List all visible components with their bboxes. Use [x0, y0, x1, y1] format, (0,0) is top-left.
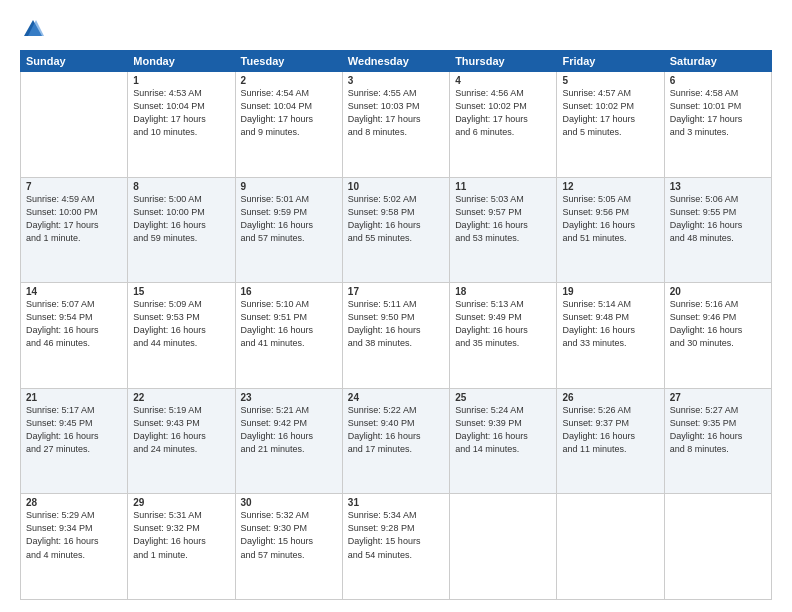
- day-number: 2: [241, 75, 337, 86]
- day-detail: Sunrise: 5:29 AM Sunset: 9:34 PM Dayligh…: [26, 509, 122, 561]
- day-detail: Sunrise: 5:05 AM Sunset: 9:56 PM Dayligh…: [562, 193, 658, 245]
- weekday-saturday: Saturday: [664, 51, 771, 72]
- header: [20, 18, 772, 40]
- day-detail: Sunrise: 5:11 AM Sunset: 9:50 PM Dayligh…: [348, 298, 444, 350]
- day-cell: [21, 72, 128, 178]
- day-detail: Sunrise: 4:57 AM Sunset: 10:02 PM Daylig…: [562, 87, 658, 139]
- day-detail: Sunrise: 5:02 AM Sunset: 9:58 PM Dayligh…: [348, 193, 444, 245]
- day-number: 1: [133, 75, 229, 86]
- day-cell: 8Sunrise: 5:00 AM Sunset: 10:00 PM Dayli…: [128, 177, 235, 283]
- day-number: 16: [241, 286, 337, 297]
- day-number: 26: [562, 392, 658, 403]
- day-cell: 5Sunrise: 4:57 AM Sunset: 10:02 PM Dayli…: [557, 72, 664, 178]
- day-detail: Sunrise: 5:19 AM Sunset: 9:43 PM Dayligh…: [133, 404, 229, 456]
- weekday-friday: Friday: [557, 51, 664, 72]
- day-number: 24: [348, 392, 444, 403]
- calendar-table: SundayMondayTuesdayWednesdayThursdayFrid…: [20, 50, 772, 600]
- weekday-monday: Monday: [128, 51, 235, 72]
- day-cell: 13Sunrise: 5:06 AM Sunset: 9:55 PM Dayli…: [664, 177, 771, 283]
- day-cell: 25Sunrise: 5:24 AM Sunset: 9:39 PM Dayli…: [450, 388, 557, 494]
- day-cell: 6Sunrise: 4:58 AM Sunset: 10:01 PM Dayli…: [664, 72, 771, 178]
- day-detail: Sunrise: 5:32 AM Sunset: 9:30 PM Dayligh…: [241, 509, 337, 561]
- calendar-body: 1Sunrise: 4:53 AM Sunset: 10:04 PM Dayli…: [21, 72, 772, 600]
- day-detail: Sunrise: 5:01 AM Sunset: 9:59 PM Dayligh…: [241, 193, 337, 245]
- day-cell: 24Sunrise: 5:22 AM Sunset: 9:40 PM Dayli…: [342, 388, 449, 494]
- day-cell: 3Sunrise: 4:55 AM Sunset: 10:03 PM Dayli…: [342, 72, 449, 178]
- day-cell: 23Sunrise: 5:21 AM Sunset: 9:42 PM Dayli…: [235, 388, 342, 494]
- day-cell: 28Sunrise: 5:29 AM Sunset: 9:34 PM Dayli…: [21, 494, 128, 600]
- day-detail: Sunrise: 4:53 AM Sunset: 10:04 PM Daylig…: [133, 87, 229, 139]
- day-detail: Sunrise: 4:59 AM Sunset: 10:00 PM Daylig…: [26, 193, 122, 245]
- day-number: 14: [26, 286, 122, 297]
- day-detail: Sunrise: 5:09 AM Sunset: 9:53 PM Dayligh…: [133, 298, 229, 350]
- day-cell: 20Sunrise: 5:16 AM Sunset: 9:46 PM Dayli…: [664, 283, 771, 389]
- day-number: 23: [241, 392, 337, 403]
- weekday-wednesday: Wednesday: [342, 51, 449, 72]
- day-cell: 15Sunrise: 5:09 AM Sunset: 9:53 PM Dayli…: [128, 283, 235, 389]
- day-number: 11: [455, 181, 551, 192]
- day-cell: 21Sunrise: 5:17 AM Sunset: 9:45 PM Dayli…: [21, 388, 128, 494]
- day-detail: Sunrise: 4:56 AM Sunset: 10:02 PM Daylig…: [455, 87, 551, 139]
- day-cell: [450, 494, 557, 600]
- day-number: 30: [241, 497, 337, 508]
- weekday-tuesday: Tuesday: [235, 51, 342, 72]
- week-row-2: 7Sunrise: 4:59 AM Sunset: 10:00 PM Dayli…: [21, 177, 772, 283]
- week-row-4: 21Sunrise: 5:17 AM Sunset: 9:45 PM Dayli…: [21, 388, 772, 494]
- day-number: 7: [26, 181, 122, 192]
- weekday-thursday: Thursday: [450, 51, 557, 72]
- day-cell: 11Sunrise: 5:03 AM Sunset: 9:57 PM Dayli…: [450, 177, 557, 283]
- day-number: 27: [670, 392, 766, 403]
- day-number: 29: [133, 497, 229, 508]
- day-number: 3: [348, 75, 444, 86]
- day-detail: Sunrise: 4:58 AM Sunset: 10:01 PM Daylig…: [670, 87, 766, 139]
- day-detail: Sunrise: 5:24 AM Sunset: 9:39 PM Dayligh…: [455, 404, 551, 456]
- day-detail: Sunrise: 5:27 AM Sunset: 9:35 PM Dayligh…: [670, 404, 766, 456]
- day-cell: 19Sunrise: 5:14 AM Sunset: 9:48 PM Dayli…: [557, 283, 664, 389]
- day-cell: 7Sunrise: 4:59 AM Sunset: 10:00 PM Dayli…: [21, 177, 128, 283]
- week-row-1: 1Sunrise: 4:53 AM Sunset: 10:04 PM Dayli…: [21, 72, 772, 178]
- day-number: 25: [455, 392, 551, 403]
- week-row-3: 14Sunrise: 5:07 AM Sunset: 9:54 PM Dayli…: [21, 283, 772, 389]
- day-cell: 12Sunrise: 5:05 AM Sunset: 9:56 PM Dayli…: [557, 177, 664, 283]
- day-number: 21: [26, 392, 122, 403]
- day-detail: Sunrise: 5:06 AM Sunset: 9:55 PM Dayligh…: [670, 193, 766, 245]
- day-detail: Sunrise: 5:31 AM Sunset: 9:32 PM Dayligh…: [133, 509, 229, 561]
- day-detail: Sunrise: 5:22 AM Sunset: 9:40 PM Dayligh…: [348, 404, 444, 456]
- day-number: 8: [133, 181, 229, 192]
- page: SundayMondayTuesdayWednesdayThursdayFrid…: [0, 0, 792, 612]
- day-number: 15: [133, 286, 229, 297]
- day-cell: 2Sunrise: 4:54 AM Sunset: 10:04 PM Dayli…: [235, 72, 342, 178]
- day-cell: 17Sunrise: 5:11 AM Sunset: 9:50 PM Dayli…: [342, 283, 449, 389]
- day-cell: [664, 494, 771, 600]
- day-cell: 10Sunrise: 5:02 AM Sunset: 9:58 PM Dayli…: [342, 177, 449, 283]
- day-number: 18: [455, 286, 551, 297]
- day-detail: Sunrise: 5:21 AM Sunset: 9:42 PM Dayligh…: [241, 404, 337, 456]
- day-detail: Sunrise: 5:14 AM Sunset: 9:48 PM Dayligh…: [562, 298, 658, 350]
- day-cell: 14Sunrise: 5:07 AM Sunset: 9:54 PM Dayli…: [21, 283, 128, 389]
- weekday-sunday: Sunday: [21, 51, 128, 72]
- day-detail: Sunrise: 5:34 AM Sunset: 9:28 PM Dayligh…: [348, 509, 444, 561]
- day-cell: 16Sunrise: 5:10 AM Sunset: 9:51 PM Dayli…: [235, 283, 342, 389]
- day-detail: Sunrise: 5:00 AM Sunset: 10:00 PM Daylig…: [133, 193, 229, 245]
- day-number: 9: [241, 181, 337, 192]
- day-number: 19: [562, 286, 658, 297]
- week-row-5: 28Sunrise: 5:29 AM Sunset: 9:34 PM Dayli…: [21, 494, 772, 600]
- day-number: 4: [455, 75, 551, 86]
- day-number: 20: [670, 286, 766, 297]
- day-detail: Sunrise: 5:07 AM Sunset: 9:54 PM Dayligh…: [26, 298, 122, 350]
- day-number: 17: [348, 286, 444, 297]
- day-detail: Sunrise: 4:55 AM Sunset: 10:03 PM Daylig…: [348, 87, 444, 139]
- weekday-header-row: SundayMondayTuesdayWednesdayThursdayFrid…: [21, 51, 772, 72]
- logo-icon: [22, 18, 44, 40]
- day-detail: Sunrise: 5:26 AM Sunset: 9:37 PM Dayligh…: [562, 404, 658, 456]
- day-detail: Sunrise: 5:03 AM Sunset: 9:57 PM Dayligh…: [455, 193, 551, 245]
- day-cell: 9Sunrise: 5:01 AM Sunset: 9:59 PM Daylig…: [235, 177, 342, 283]
- day-number: 10: [348, 181, 444, 192]
- day-number: 5: [562, 75, 658, 86]
- day-number: 13: [670, 181, 766, 192]
- day-cell: [557, 494, 664, 600]
- day-number: 22: [133, 392, 229, 403]
- day-number: 12: [562, 181, 658, 192]
- day-cell: 1Sunrise: 4:53 AM Sunset: 10:04 PM Dayli…: [128, 72, 235, 178]
- day-detail: Sunrise: 4:54 AM Sunset: 10:04 PM Daylig…: [241, 87, 337, 139]
